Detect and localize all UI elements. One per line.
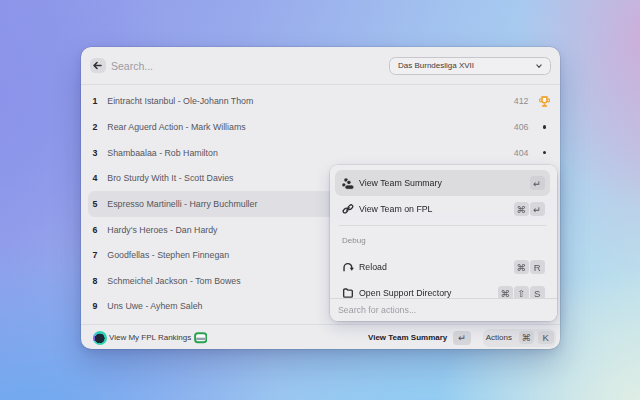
cmd-keycap: ⌘ (514, 260, 529, 274)
team-rank: 7 (90, 250, 100, 260)
actions-label: Actions (486, 333, 512, 342)
action-menu-list: View Team Summary↵View Team on FPL⌘↵Debu… (330, 165, 557, 298)
team-rank: 2 (90, 122, 100, 132)
primary-action-label[interactable]: View Team Summary (368, 333, 447, 342)
footer-bar: View My FPL Rankings View Team Summary ↵… (81, 324, 560, 349)
team-score: 412 (514, 96, 529, 106)
dot-icon (538, 120, 551, 133)
redo-icon (341, 261, 354, 274)
shift-keycap: ⇧ (514, 286, 529, 297)
top-bar: Search... Das Burndesliga XVII (81, 47, 560, 85)
menu-item-label: Open Support Directory (359, 288, 497, 298)
return-keycap: ↵ (453, 331, 471, 345)
team-rank: 8 (90, 276, 100, 286)
rankings-card-icon (194, 331, 208, 345)
team-row[interactable]: 3Shambaalaa - Rob Hamilton404 (88, 140, 553, 166)
menu-item[interactable]: View Team on FPL⌘↵ (335, 196, 550, 222)
action-search-placeholder: Search for actions... (338, 305, 416, 315)
team-rank: 3 (90, 148, 100, 158)
team-rank: 4 (90, 173, 100, 183)
team-rank: 1 (90, 96, 100, 106)
menu-item-label: Reload (359, 262, 513, 272)
footer-command-label: View My FPL Rankings (109, 333, 191, 342)
link-icon (341, 203, 354, 216)
team-rank: 5 (90, 199, 100, 209)
team-name: Eintracht Istanbul - Ole-Johann Thom (107, 96, 514, 106)
team-rank: 9 (90, 301, 100, 311)
raycast-window: Search... Das Burndesliga XVII 1Eintrach… (81, 47, 560, 349)
menu-section-debug: Debug (335, 226, 550, 254)
cmd-keycap: ⌘ (498, 286, 513, 297)
S-keycap: S (530, 286, 545, 297)
league-dropdown-value: Das Burndesliga XVII (398, 61, 536, 70)
cmd-keycap: ⌘ (519, 331, 535, 344)
trophy-icon (538, 95, 551, 108)
team-name: Rear Aguerd Action - Mark Williams (107, 122, 514, 132)
return-keycap: ↵ (530, 176, 545, 190)
team-row[interactable]: 1Eintracht Istanbul - Ole-Johann Thom412 (88, 89, 553, 115)
fpl-extension-icon (93, 331, 108, 346)
menu-item-label: View Team on FPL (359, 204, 513, 214)
folder-icon (341, 287, 354, 298)
team-score: 404 (514, 148, 529, 158)
arrow-left-icon (93, 61, 102, 70)
menu-item[interactable]: Reload⌘R (335, 254, 550, 280)
menu-item-label: View Team Summary (359, 178, 529, 188)
R-keycap: R (530, 260, 545, 274)
k-keycap: K (538, 331, 554, 344)
team-rank: 6 (90, 225, 100, 235)
league-dropdown[interactable]: Das Burndesliga XVII (389, 57, 551, 76)
player-icon (341, 177, 354, 190)
cmd-keycap: ⌘ (514, 202, 529, 216)
chevron-down-icon (536, 64, 542, 69)
team-score: 406 (514, 122, 529, 132)
search-input[interactable]: Search... (111, 60, 153, 72)
actions-button[interactable]: Actions ⌘ K (483, 329, 556, 347)
back-button[interactable] (90, 58, 106, 74)
return-keycap: ↵ (530, 202, 545, 216)
menu-item[interactable]: View Team Summary↵ (335, 170, 550, 196)
team-name: Shambaalaa - Rob Hamilton (107, 148, 514, 158)
menu-item[interactable]: Open Support Directory⌘⇧S (335, 280, 550, 298)
dot-icon (538, 146, 551, 159)
action-menu: View Team Summary↵View Team on FPL⌘↵Debu… (330, 165, 557, 321)
action-menu-search[interactable]: Search for actions... (330, 298, 557, 321)
team-row[interactable]: 2Rear Aguerd Action - Mark Williams406 (88, 114, 553, 140)
